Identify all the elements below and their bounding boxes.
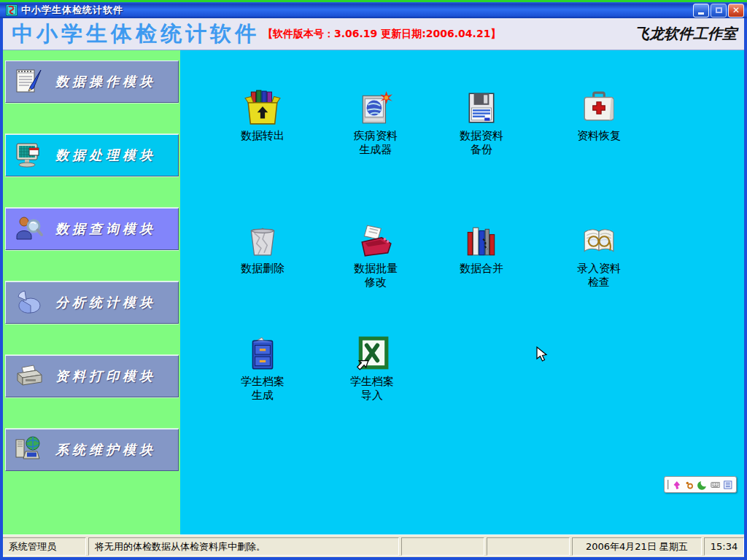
launch-item-label: 数据资料 bbox=[460, 129, 503, 143]
launch-item-label: 资料恢复 bbox=[577, 129, 621, 143]
status-hint: 将无用的体检数据从体检资料库中删除。 bbox=[88, 537, 399, 556]
title-bar[interactable]: 中小学生体检统计软件 ✕ bbox=[0, 2, 747, 18]
launch-item-label: 学生档案 bbox=[241, 375, 285, 389]
launch-item-label: 生成器 bbox=[354, 143, 398, 157]
sidebar-spacer bbox=[5, 397, 179, 429]
launch-item-input-check[interactable]: 录入资料 检查 bbox=[555, 222, 643, 289]
minimize-icon bbox=[698, 12, 704, 15]
softkeyboard-icon[interactable] bbox=[697, 479, 708, 491]
launch-item-data-export[interactable]: 数据转出 bbox=[219, 90, 306, 143]
status-bar: 系统管理员 将无用的体检数据从体检资料库中删除。 2006年4月21日 星期五 … bbox=[0, 534, 747, 557]
launch-item-disease-generator[interactable]: 疾病资料 生成器 bbox=[332, 90, 419, 157]
launch-item-batch-modify[interactable]: 数据批量 修改 bbox=[332, 222, 419, 289]
close-icon: ✕ bbox=[732, 6, 740, 15]
version-info: 【软件版本号：3.06.19 更新日期:2006.04.21】 bbox=[263, 28, 500, 41]
notepad-pen-icon bbox=[15, 67, 44, 96]
first-aid-kit-icon bbox=[581, 90, 617, 126]
launch-item-data-delete[interactable]: 数据删除 bbox=[219, 222, 306, 276]
main-workspace: 数据转出 疾病资料 生成器 bbox=[180, 50, 744, 534]
menu-icon[interactable] bbox=[723, 479, 733, 491]
application-window: 中小学生体检统计软件 ✕ 中小学生体检统计软件 【软件版本号：3.06.19 更… bbox=[0, 0, 747, 560]
launch-item-archive-generate[interactable]: 学生档案 生成 bbox=[219, 335, 306, 402]
sidebar-spacer bbox=[5, 324, 179, 355]
status-time: 15:34 bbox=[704, 537, 744, 556]
sidebar-item-data-query[interactable]: 数据查询模块 bbox=[5, 208, 179, 250]
sidebar-item-label: 数据查询模块 bbox=[55, 220, 156, 238]
module-sidebar: 数据操作模块 数据处理模块 数据查询模块 bbox=[3, 50, 180, 534]
printer-icon bbox=[15, 362, 44, 391]
book-glasses-icon bbox=[581, 222, 617, 259]
sidebar-item-label: 数据处理模块 bbox=[55, 147, 156, 164]
sidebar-spacer bbox=[5, 103, 179, 134]
pie-chart-icon bbox=[15, 288, 44, 317]
computer-globe-icon bbox=[15, 435, 44, 464]
ime-logo-icon[interactable] bbox=[672, 479, 682, 491]
minimize-button[interactable] bbox=[693, 4, 709, 18]
sidebar-item-system-maintenance[interactable]: 系统维护模块 bbox=[5, 429, 179, 471]
window-controls: ✕ bbox=[693, 4, 744, 18]
launch-item-label: 导入 bbox=[350, 389, 394, 402]
drag-handle[interactable] bbox=[667, 480, 669, 489]
launch-item-label: 录入资料 bbox=[577, 262, 621, 276]
app-logo-icon bbox=[6, 4, 18, 16]
sidebar-spacer bbox=[5, 250, 179, 281]
window-title: 中小学生体检统计软件 bbox=[21, 4, 123, 17]
status-user: 系统管理员 bbox=[2, 537, 86, 556]
launch-item-label: 备份 bbox=[460, 143, 503, 157]
status-panel-empty-1 bbox=[401, 537, 484, 556]
fullwidth-toggle-icon[interactable] bbox=[684, 479, 694, 491]
launch-item-label: 数据合并 bbox=[460, 262, 503, 276]
sidebar-item-label: 数据操作模块 bbox=[55, 73, 156, 90]
sidebar-item-label: 资料打印模块 bbox=[55, 368, 156, 385]
status-panel-empty-2 bbox=[487, 537, 570, 556]
maximize-button[interactable] bbox=[711, 4, 727, 18]
launch-item-label: 数据删除 bbox=[241, 262, 285, 276]
person-search-icon bbox=[15, 214, 44, 244]
mouse-cursor bbox=[535, 346, 551, 362]
launch-item-data-merge[interactable]: 数据合并 bbox=[438, 222, 525, 276]
books-merge-icon bbox=[463, 222, 500, 259]
launch-item-label: 数据转出 bbox=[241, 129, 285, 143]
maximize-icon bbox=[716, 7, 722, 13]
ime-language-bar[interactable] bbox=[664, 476, 737, 493]
file-cabinet-icon bbox=[244, 335, 281, 372]
export-box-icon bbox=[244, 90, 281, 126]
launch-item-label: 数据批量 bbox=[354, 262, 398, 276]
window-border bbox=[0, 557, 747, 560]
studio-name: 飞龙软件工作室 bbox=[635, 24, 737, 44]
launch-item-data-backup[interactable]: 数据资料 备份 bbox=[438, 90, 525, 157]
excel-import-icon bbox=[354, 335, 390, 372]
window-border bbox=[744, 18, 747, 560]
launch-item-data-restore[interactable]: 资料恢复 bbox=[555, 90, 643, 143]
close-button[interactable]: ✕ bbox=[728, 4, 744, 18]
trash-can-icon bbox=[244, 222, 281, 259]
sidebar-item-analysis-statistics[interactable]: 分析统计模块 bbox=[5, 281, 179, 324]
page-title: 中小学生体检统计软件 bbox=[12, 20, 260, 49]
status-date: 2006年4月21日 星期五 bbox=[572, 537, 702, 556]
sidebar-item-label: 分析统计模块 bbox=[55, 294, 156, 311]
sidebar-item-data-operation[interactable]: 数据操作模块 bbox=[5, 61, 179, 103]
disease-generator-icon bbox=[357, 90, 394, 126]
launch-item-label: 检查 bbox=[577, 276, 621, 289]
launch-item-label: 疾病资料 bbox=[354, 129, 398, 143]
sidebar-item-data-processing[interactable]: 数据处理模块 bbox=[5, 134, 179, 176]
launch-item-label: 修改 bbox=[354, 276, 398, 289]
keyboard-icon[interactable] bbox=[711, 479, 721, 491]
sidebar-spacer bbox=[5, 176, 179, 208]
sidebar-item-data-printing[interactable]: 资料打印模块 bbox=[5, 355, 179, 397]
monitor-icon bbox=[15, 141, 44, 170]
launch-item-archive-import[interactable]: 学生档案 导入 bbox=[328, 335, 416, 402]
launch-item-label: 生成 bbox=[241, 389, 285, 402]
window-border bbox=[0, 18, 3, 560]
header-banner: 中小学生体检统计软件 【软件版本号：3.06.19 更新日期:2006.04.2… bbox=[3, 18, 744, 50]
launch-item-label: 学生档案 bbox=[350, 375, 394, 389]
floppy-disk-icon bbox=[463, 90, 500, 126]
batch-modify-icon bbox=[357, 222, 394, 259]
sidebar-item-label: 系统维护模块 bbox=[55, 441, 156, 459]
